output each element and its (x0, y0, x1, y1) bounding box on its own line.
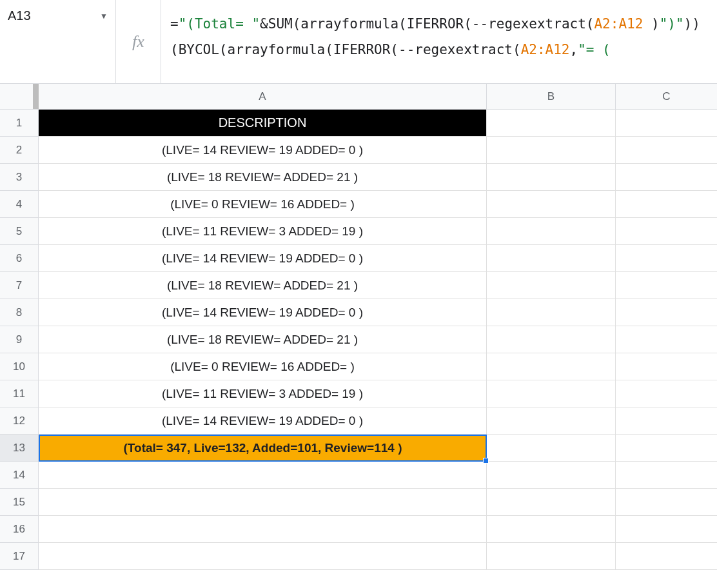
row-header[interactable]: 15 (0, 489, 39, 516)
row-header[interactable]: 7 (0, 272, 39, 299)
cell[interactable] (616, 272, 717, 299)
cell[interactable] (487, 326, 616, 353)
active-cell[interactable]: (Total= 347, Live=132, Added=101, Review… (39, 435, 487, 462)
cell[interactable] (487, 110, 616, 137)
cell[interactable] (487, 516, 616, 543)
table-row: 12(LIVE= 14 REVIEW= 19 ADDED= 0 ) (0, 407, 717, 435)
cell[interactable] (616, 380, 717, 407)
cell[interactable] (487, 462, 616, 489)
table-row: 4(LIVE= 0 REVIEW= 16 ADDED= ) (0, 191, 717, 218)
name-box[interactable]: A13 ▼ (0, 0, 116, 32)
table-row: 11(LIVE= 11 REVIEW= 3 ADDED= 19 ) (0, 380, 717, 407)
cell[interactable] (487, 380, 616, 407)
table-row: 15 (0, 489, 717, 516)
cell[interactable] (616, 191, 717, 218)
cell[interactable] (487, 218, 616, 245)
cell[interactable]: (LIVE= 18 REVIEW= ADDED= 21 ) (39, 326, 487, 353)
cell[interactable] (39, 489, 487, 516)
cell[interactable]: (LIVE= 11 REVIEW= 3 ADDED= 19 ) (39, 380, 487, 407)
cell[interactable]: (LIVE= 14 REVIEW= 19 ADDED= 0 ) (39, 299, 487, 326)
formula-token: A2:A12 (594, 16, 643, 32)
row-header[interactable]: 6 (0, 245, 39, 272)
cell[interactable] (487, 489, 616, 516)
formula-token: "(Total= " (179, 16, 260, 32)
name-box-dropdown-icon[interactable]: ▼ (100, 12, 108, 21)
cell[interactable]: (LIVE= 18 REVIEW= ADDED= 21 ) (39, 272, 487, 299)
column-header-b[interactable]: B (487, 84, 616, 109)
table-row: 16 (0, 516, 717, 543)
row-header[interactable]: 4 (0, 191, 39, 218)
cell[interactable] (616, 164, 717, 191)
name-box-value: A13 (8, 8, 31, 23)
cell[interactable] (616, 353, 717, 380)
row-header[interactable]: 12 (0, 407, 39, 435)
column-header-a[interactable]: A (39, 84, 487, 109)
cell[interactable] (487, 245, 616, 272)
row-header[interactable]: 14 (0, 462, 39, 489)
cell[interactable] (616, 516, 717, 543)
row-header[interactable]: 2 (0, 137, 39, 164)
cell[interactable] (616, 543, 717, 570)
cell[interactable] (487, 299, 616, 326)
cell[interactable] (616, 218, 717, 245)
spreadsheet-grid: A B C 1DESCRIPTION2(LIVE= 14 REVIEW= 19 … (0, 84, 717, 570)
cell[interactable] (616, 489, 717, 516)
column-header-c[interactable]: C (616, 84, 717, 109)
table-row: 13(Total= 347, Live=132, Added=101, Revi… (0, 435, 717, 462)
row-header[interactable]: 1 (0, 110, 39, 137)
table-row: 5(LIVE= 11 REVIEW= 3 ADDED= 19 ) (0, 218, 717, 245)
formula-token: = (170, 16, 179, 32)
cell[interactable] (616, 326, 717, 353)
formula-token: ) (643, 16, 659, 32)
row-header[interactable]: 5 (0, 218, 39, 245)
cell[interactable]: (LIVE= 0 REVIEW= 16 ADDED= ) (39, 191, 487, 218)
cell[interactable]: (LIVE= 11 REVIEW= 3 ADDED= 19 ) (39, 218, 487, 245)
cell[interactable] (39, 516, 487, 543)
cell[interactable] (39, 543, 487, 570)
selection-handle[interactable] (483, 458, 489, 464)
cell[interactable] (487, 353, 616, 380)
table-row: 3(LIVE= 18 REVIEW= ADDED= 21 ) (0, 164, 717, 191)
cell[interactable] (487, 164, 616, 191)
table-row: 14 (0, 462, 717, 489)
column-headers: A B C (0, 84, 717, 110)
table-row: 8(LIVE= 14 REVIEW= 19 ADDED= 0 ) (0, 299, 717, 326)
table-row: 7(LIVE= 18 REVIEW= ADDED= 21 ) (0, 272, 717, 299)
cell[interactable] (616, 299, 717, 326)
cell[interactable] (39, 462, 487, 489)
formula-token: , (570, 42, 578, 57)
row-header[interactable]: 11 (0, 380, 39, 407)
row-header[interactable]: 3 (0, 164, 39, 191)
cell[interactable] (487, 543, 616, 570)
table-row: 17 (0, 543, 717, 570)
fx-label: fx (116, 0, 161, 84)
cell[interactable] (487, 137, 616, 164)
row-header[interactable]: 10 (0, 353, 39, 380)
cell[interactable] (616, 245, 717, 272)
row-header[interactable]: 13 (0, 435, 39, 462)
cell[interactable]: (LIVE= 14 REVIEW= 19 ADDED= 0 ) (39, 137, 487, 164)
cell[interactable]: (LIVE= 0 REVIEW= 16 ADDED= ) (39, 353, 487, 380)
cell[interactable] (487, 191, 616, 218)
row-header[interactable]: 9 (0, 326, 39, 353)
cell[interactable] (487, 435, 616, 462)
formula-token: ")" (660, 16, 684, 32)
formula-input[interactable]: ="(Total= "&SUM(arrayformula(IFERROR(--r… (161, 0, 717, 83)
formula-token: &SUM(arrayformula(IFERROR(--regexextract… (260, 16, 594, 32)
row-header[interactable]: 17 (0, 543, 39, 570)
table-row: 10(LIVE= 0 REVIEW= 16 ADDED= ) (0, 353, 717, 380)
cell[interactable] (616, 137, 717, 164)
cell[interactable] (616, 407, 717, 435)
cell[interactable] (616, 435, 717, 462)
cell[interactable] (616, 110, 717, 137)
row-header[interactable]: 8 (0, 299, 39, 326)
cell[interactable] (616, 462, 717, 489)
cell[interactable]: (LIVE= 18 REVIEW= ADDED= 21 ) (39, 164, 487, 191)
cell[interactable] (487, 407, 616, 435)
cell[interactable]: (LIVE= 14 REVIEW= 19 ADDED= 0 ) (39, 245, 487, 272)
cell[interactable]: (LIVE= 14 REVIEW= 19 ADDED= 0 ) (39, 407, 487, 435)
select-all-corner[interactable] (0, 84, 39, 109)
cell[interactable] (487, 272, 616, 299)
row-header[interactable]: 16 (0, 516, 39, 543)
cell[interactable]: DESCRIPTION (39, 110, 487, 137)
